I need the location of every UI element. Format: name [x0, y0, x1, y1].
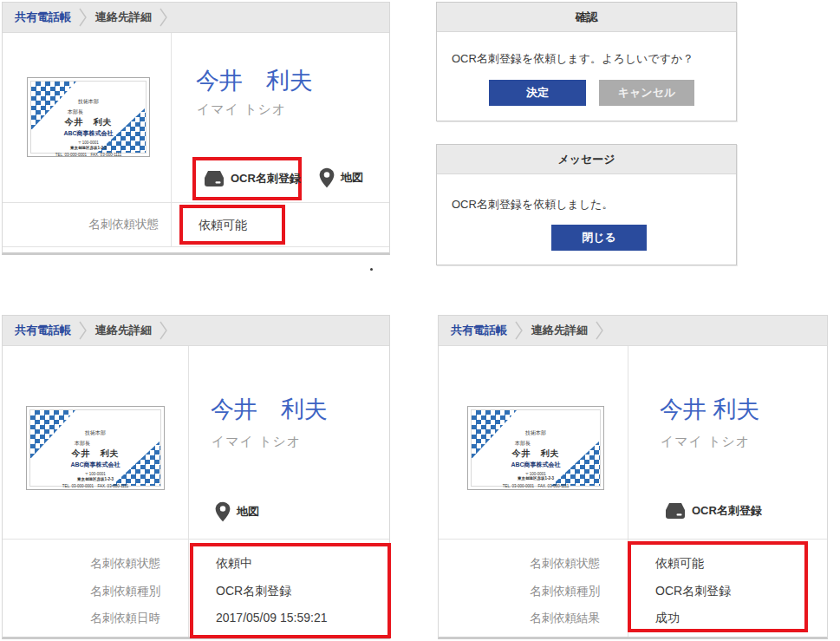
- chevron-right-icon: [160, 320, 168, 341]
- card-department: 技術本部: [85, 430, 106, 437]
- status-row-label: 名刺依頼状態: [3, 217, 159, 232]
- status-row-value: 依頼可能: [655, 556, 704, 572]
- breadcrumb-contact-detail: 連絡先詳細: [531, 323, 588, 338]
- dialog-title: メッセージ: [437, 145, 736, 174]
- contact-name: 今井 利夫: [660, 394, 760, 425]
- contact-kana: イマイ トシオ: [212, 434, 301, 450]
- type-row-value: OCR名刺登録: [216, 584, 291, 599]
- dialog-title: 確認: [437, 3, 736, 32]
- confirm-dialog: 確認 OCR名刺登録を依頼します。よろしいですか？ 決定 キャンセル: [436, 2, 737, 121]
- card-address: 東京都港区赤坂1-2-3: [70, 146, 107, 151]
- card-tel: TEL. 03-000-0001 FAX. 03-000-1111: [55, 153, 121, 157]
- chevron-right-icon: [79, 7, 88, 28]
- type-row-value: OCR名刺登録: [655, 584, 731, 599]
- breadcrumb-shared-phonebook[interactable]: 共有電話帳: [451, 323, 507, 338]
- ocr-register-button[interactable]: OCR名刺登録: [664, 502, 762, 520]
- row-divider: [3, 246, 389, 247]
- card-person-name: 今井 利夫: [512, 448, 560, 460]
- datetime-row-value: 2017/05/09 15:59:21: [216, 611, 327, 625]
- card-department: 技術本部: [525, 430, 546, 437]
- business-card-image: 技術本部 本部長 今井 利夫 ABC商事株式会社 〒100-0001 東京都港区…: [467, 406, 604, 490]
- breadcrumb: 共有電話帳 連絡先詳細: [439, 316, 827, 346]
- result-message: OCR名刺登録を依頼しました。: [452, 197, 613, 213]
- ocr-register-label: OCR名刺登録: [231, 171, 301, 186]
- ocr-register-button[interactable]: OCR名刺登録: [203, 170, 301, 187]
- card-tel: TEL. 03-000-0001 FAX. 03-000-1111: [503, 484, 569, 489]
- close-button[interactable]: 閉じる: [551, 225, 647, 251]
- ocr-register-label: OCR名刺登録: [692, 503, 762, 519]
- card-company: ABC商事株式会社: [70, 461, 120, 469]
- screenshot-canvas: 共有電話帳 連絡先詳細 技術本部 本部長 今井 利夫 ABC商事株式会社 〒10…: [0, 0, 840, 641]
- breadcrumb-shared-phonebook[interactable]: 共有電話帳: [15, 323, 71, 338]
- confirm-message: OCR名刺登録を依頼します。よろしいですか？: [452, 51, 693, 67]
- contact-name: 今井 利夫: [196, 65, 313, 96]
- status-row-label: 名刺依頼状態: [3, 556, 160, 572]
- business-card-image: 技術本部 本部長 今井 利夫 ABC商事株式会社 〒100-0001 東京都港区…: [26, 406, 165, 490]
- card-tel: TEL. 03-000-0001 FAX. 03-000-1111: [62, 484, 128, 489]
- chevron-right-icon: [160, 7, 168, 28]
- card-text: 技術本部 本部長 今井 利夫 ABC商事株式会社 〒100-0001 東京都港区…: [468, 407, 603, 489]
- column-divider: [188, 346, 189, 637]
- column-divider: [171, 33, 172, 246]
- result-row-value: 成功: [655, 611, 680, 626]
- cancel-button[interactable]: キャンセル: [599, 80, 694, 106]
- card-company: ABC商事株式会社: [511, 461, 560, 469]
- map-label: 地図: [341, 170, 363, 186]
- row-divider: [439, 539, 827, 540]
- map-pin-icon: [214, 500, 231, 523]
- contact-detail-panel-requesting: 共有電話帳 連絡先詳細 技術本部 本部長 今井 利夫 ABC商事株式会社 〒10…: [2, 315, 390, 639]
- card-department: 技術本部: [78, 99, 99, 106]
- card-company: ABC商事株式会社: [63, 130, 113, 138]
- business-card-image: 技術本部 本部長 今井 利夫 ABC商事株式会社 〒100-0001 東京都港区…: [27, 77, 150, 157]
- card-person-name: 今井 利夫: [65, 117, 113, 128]
- card-address: 東京都港区赤坂1-2-3: [77, 477, 114, 482]
- type-row-label: 名刺依頼種別: [439, 584, 600, 599]
- chevron-right-icon: [515, 320, 524, 341]
- ok-button[interactable]: 決定: [489, 80, 586, 106]
- map-button[interactable]: 地図: [214, 500, 259, 523]
- card-person-name: 今井 利夫: [72, 448, 120, 460]
- map-label: 地図: [237, 504, 259, 520]
- contact-name: 今井 利夫: [211, 394, 328, 425]
- scanner-icon: [664, 502, 687, 520]
- type-row-label: 名刺依頼種別: [3, 584, 160, 599]
- contact-detail-panel-initial: 共有電話帳 連絡先詳細 技術本部 本部長 今井 利夫 ABC商事株式会社 〒10…: [2, 2, 390, 255]
- stray-dot: [370, 268, 373, 271]
- breadcrumb: 共有電話帳 連絡先詳細: [3, 316, 389, 346]
- breadcrumb-shared-phonebook[interactable]: 共有電話帳: [15, 10, 71, 25]
- card-address: 東京都港区赤坂1-2-3: [518, 476, 554, 481]
- message-dialog: メッセージ OCR名刺登録を依頼しました。 閉じる: [436, 144, 737, 265]
- chevron-right-icon: [596, 320, 604, 341]
- map-button[interactable]: 地図: [318, 167, 363, 189]
- row-divider: [3, 202, 389, 203]
- status-row-label: 名刺依頼状態: [439, 556, 600, 572]
- breadcrumb-contact-detail: 連絡先詳細: [95, 323, 152, 338]
- contact-kana: イマイ トシオ: [197, 101, 286, 118]
- contact-kana: イマイ トシオ: [661, 434, 750, 450]
- card-text: 技術本部 本部長 今井 利夫 ABC商事株式会社 〒100-0001 東京都港区…: [28, 78, 149, 156]
- card-job-title: 本部長: [515, 441, 531, 448]
- result-row-label: 名刺依頼結果: [439, 611, 600, 626]
- chevron-right-icon: [79, 320, 88, 341]
- row-divider: [3, 539, 389, 540]
- card-job-title: 本部長: [75, 441, 90, 448]
- scanner-icon: [203, 170, 225, 187]
- status-row-value: 依頼中: [216, 556, 252, 572]
- highlight-box-ocr-button: OCR名刺登録: [192, 157, 302, 200]
- breadcrumb-contact-detail: 連絡先詳細: [95, 10, 152, 25]
- contact-detail-panel-result: 共有電話帳 連絡先詳細 技術本部 本部長 今井 利夫 ABC商事株式会社 〒10…: [438, 315, 828, 639]
- datetime-row-label: 名刺依頼日時: [3, 611, 160, 626]
- status-row-value: 依頼可能: [199, 218, 247, 233]
- breadcrumb: 共有電話帳 連絡先詳細: [3, 3, 389, 33]
- card-job-title: 本部長: [68, 109, 83, 116]
- map-pin-icon: [318, 167, 335, 189]
- card-text: 技術本部 本部長 今井 利夫 ABC商事株式会社 〒100-0001 東京都港区…: [27, 407, 164, 489]
